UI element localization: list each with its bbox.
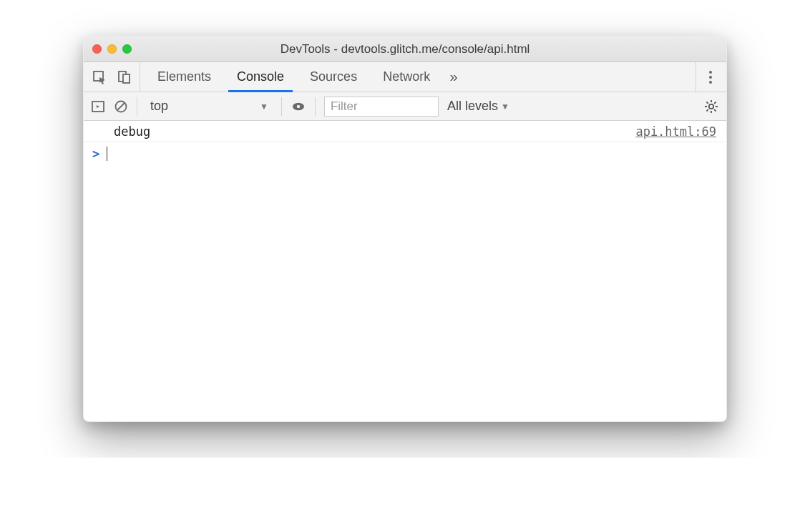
live-expression-icon[interactable]	[291, 99, 306, 114]
tab-console[interactable]: Console	[224, 62, 297, 92]
log-source-link[interactable]: api.html:69	[635, 124, 716, 139]
maximize-window-button[interactable]	[122, 44, 132, 54]
svg-line-15	[714, 102, 716, 103]
separator	[281, 97, 282, 116]
dropdown-caret-icon: ▼	[260, 102, 268, 112]
devtools-window: DevTools - devtools.glitch.me/console/ap…	[83, 36, 727, 422]
tab-elements[interactable]: Elements	[145, 62, 224, 92]
filter-input[interactable]: Filter	[324, 97, 439, 117]
svg-point-7	[297, 104, 300, 107]
clear-console-icon[interactable]	[114, 99, 128, 114]
close-window-button[interactable]	[92, 44, 102, 54]
execution-context-label: top	[150, 99, 168, 114]
log-entry: debug api.html:69	[84, 121, 726, 142]
text-cursor	[107, 147, 107, 161]
titlebar: DevTools - devtools.glitch.me/console/ap…	[84, 36, 726, 62]
prompt-caret-icon: >	[92, 147, 107, 161]
tabs-overflow-button[interactable]: »	[443, 69, 464, 85]
svg-line-16	[707, 109, 708, 111]
execution-context-select[interactable]: top ▼	[146, 99, 273, 114]
console-sidebar-toggle-icon[interactable]	[91, 99, 105, 114]
tab-sources[interactable]: Sources	[297, 62, 370, 92]
device-toolbar-icon[interactable]	[117, 70, 131, 84]
window-controls	[92, 44, 132, 54]
console-output: debug api.html:69 >	[84, 121, 726, 421]
main-tabbar: Elements Console Sources Network »	[84, 62, 726, 92]
kebab-menu-icon[interactable]	[706, 68, 715, 87]
minimize-window-button[interactable]	[107, 44, 117, 54]
svg-rect-2	[123, 74, 130, 83]
console-settings-icon[interactable]	[703, 99, 719, 114]
svg-line-14	[714, 109, 716, 111]
svg-point-8	[709, 104, 713, 108]
log-message: debug	[94, 124, 635, 139]
separator	[315, 97, 316, 116]
separator	[137, 97, 137, 116]
svg-line-13	[707, 102, 708, 103]
filter-placeholder: Filter	[331, 99, 358, 114]
panel-tabs: Elements Console Sources Network »	[140, 62, 464, 92]
console-prompt[interactable]: >	[84, 142, 726, 165]
log-levels-select[interactable]: All levels ▼	[447, 99, 509, 114]
log-levels-label: All levels	[447, 99, 498, 114]
svg-line-5	[117, 103, 125, 110]
console-toolbar: top ▼ Filter All levels ▼	[84, 92, 726, 121]
window-title: DevTools - devtools.glitch.me/console/ap…	[92, 42, 718, 56]
dropdown-caret-icon: ▼	[501, 102, 509, 112]
inspect-element-icon[interactable]	[92, 70, 107, 84]
tab-network[interactable]: Network	[370, 62, 443, 92]
